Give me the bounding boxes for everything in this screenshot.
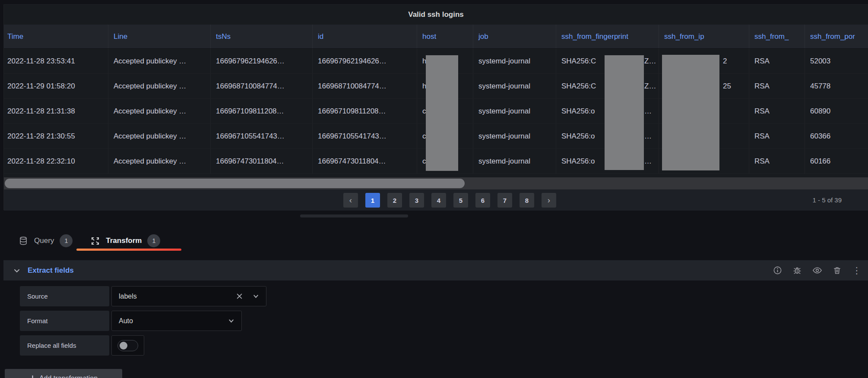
tab-query-label: Query xyxy=(34,236,54,245)
format-label: Format xyxy=(20,311,109,331)
clear-x-icon[interactable] xyxy=(234,291,244,302)
cell-time: 2022-11-28 22:32:10 xyxy=(4,149,108,173)
editor-tabs: Query 1 Transform 1 xyxy=(13,232,172,249)
cell-ssh-from-keytype: RSA xyxy=(749,149,805,173)
cell-time: 2022-11-28 23:53:41 xyxy=(4,49,108,73)
select-chevron-down-icon[interactable] xyxy=(226,316,236,326)
transformation-title: Extract fields xyxy=(28,266,74,275)
redaction-box-ip xyxy=(662,55,719,170)
cell-time: 2022-11-28 21:30:55 xyxy=(4,124,108,148)
plus-icon xyxy=(29,375,36,378)
cell-ssh-from-keytype: RSA xyxy=(749,74,805,98)
debug-bug-icon[interactable] xyxy=(792,265,802,276)
pagination-prev-button[interactable]: ‹ xyxy=(343,193,358,208)
table-header-row: TimeLinetsNsidhostjobssh_from_fingerprin… xyxy=(4,25,868,49)
database-icon xyxy=(18,236,29,246)
pagination-page-5[interactable]: 5 xyxy=(453,193,468,208)
pagination-bar: ‹12345678› 1 - 5 of 39 xyxy=(4,189,868,211)
cell-tsns: 166968710084774… xyxy=(211,74,313,98)
cell-line: Accepted publickey … xyxy=(108,74,211,98)
cell-tsns: 166967105541743… xyxy=(211,124,313,148)
cell-ssh-from-port: 60890 xyxy=(805,99,868,123)
cell-line: Accepted publickey … xyxy=(108,149,211,173)
column-header-time[interactable]: Time xyxy=(4,25,108,48)
table-panel: Valid ssh logins TimeLinetsNsidhostjobss… xyxy=(3,4,868,210)
cell-line: Accepted publickey … xyxy=(108,99,211,123)
redaction-box-host xyxy=(426,55,458,171)
cell-line: Accepted publickey … xyxy=(108,124,211,148)
replace-all-fields-label: Replace all fields xyxy=(20,335,109,356)
pagination-buttons: ‹12345678› xyxy=(343,193,556,208)
transform-pane-scrollbar[interactable] xyxy=(300,214,408,217)
pagination-page-7[interactable]: 7 xyxy=(497,193,512,208)
cell-ssh-from-keytype: RSA xyxy=(749,99,805,123)
tab-query-badge: 1 xyxy=(60,234,73,247)
grafana-panel-edit-view: { "panel": { "title": "Valid ssh logins"… xyxy=(0,0,868,378)
kebab-menu-icon[interactable]: ⋮ xyxy=(852,265,862,276)
pagination-page-8[interactable]: 8 xyxy=(520,193,534,208)
cell-ssh-from-port: 45778 xyxy=(805,74,868,98)
pagination-page-6[interactable]: 6 xyxy=(475,193,490,208)
cell-job: systemd-journal xyxy=(473,49,556,73)
column-header-job[interactable]: job xyxy=(473,25,556,48)
pagination-summary: 1 - 5 of 39 xyxy=(812,189,842,211)
table-scrollbar-thumb[interactable] xyxy=(5,179,465,188)
transformation-card-header[interactable]: Extract fields xyxy=(3,260,868,280)
active-tab-underline xyxy=(76,249,181,251)
transform-icon xyxy=(90,236,100,246)
replace-all-fields-toggle[interactable] xyxy=(117,340,138,351)
replace-toggle-container xyxy=(111,335,144,356)
add-transformation-button[interactable]: Add transformation xyxy=(5,369,122,378)
redaction-box-fingerprint xyxy=(605,55,644,170)
source-label: Source xyxy=(20,286,109,306)
cell-time: 2022-11-29 01:58:20 xyxy=(4,74,108,98)
tab-transform-badge: 1 xyxy=(147,234,160,247)
column-header-ssh-from-[interactable]: ssh_from_ xyxy=(749,25,805,48)
column-header-ssh-from-ip[interactable]: ssh_from_ip xyxy=(659,25,749,48)
tab-query[interactable]: Query 1 xyxy=(13,232,85,249)
pagination-page-2[interactable]: 2 xyxy=(387,193,402,208)
column-header-ssh-from-por[interactable]: ssh_from_por xyxy=(805,25,868,48)
source-select-value: labels xyxy=(119,293,137,300)
cell-id: 166967109811208… xyxy=(313,99,417,123)
source-select[interactable]: labels xyxy=(111,286,266,306)
cell-ssh-from-port: 60166 xyxy=(805,149,868,173)
cell-id: 166967473011804… xyxy=(313,149,417,173)
pagination-page-1[interactable]: 1 xyxy=(365,193,380,208)
select-chevron-down-icon[interactable] xyxy=(250,291,261,302)
cell-tsns: 166967473011804… xyxy=(211,149,313,173)
toggle-knob xyxy=(120,342,127,350)
cell-id: 166967105541743… xyxy=(313,124,417,148)
tab-transform[interactable]: Transform 1 xyxy=(85,232,172,249)
cell-id: 166967962194626… xyxy=(313,49,417,73)
add-transformation-label: Add transformation xyxy=(39,375,98,378)
cell-job: systemd-journal xyxy=(473,149,556,173)
delete-trash-icon[interactable] xyxy=(832,265,842,276)
column-header-ssh-from-fingerprint[interactable]: ssh_from_fingerprint xyxy=(556,25,659,48)
column-header-host[interactable]: host xyxy=(417,25,473,48)
column-header-tsns[interactable]: tsNs xyxy=(211,25,313,48)
info-icon[interactable] xyxy=(772,265,782,276)
table-scrollbar-track xyxy=(4,177,868,189)
cell-ssh-from-keytype: RSA xyxy=(749,49,805,73)
pagination-next-button[interactable]: › xyxy=(542,193,556,208)
preview-eye-icon[interactable] xyxy=(812,265,822,276)
cell-tsns: 166967962194626… xyxy=(211,49,313,73)
cell-ssh-from-port: 60366 xyxy=(805,124,868,148)
cell-ssh-from-port: 52003 xyxy=(805,49,868,73)
cell-tsns: 166967109811208… xyxy=(211,99,313,123)
cell-ssh-from-keytype: RSA xyxy=(749,124,805,148)
tab-transform-label: Transform xyxy=(106,236,142,245)
cell-job: systemd-journal xyxy=(473,74,556,98)
column-header-line[interactable]: Line xyxy=(108,25,211,48)
panel-title: Valid ssh logins xyxy=(4,5,868,25)
pagination-page-4[interactable]: 4 xyxy=(431,193,446,208)
column-header-id[interactable]: id xyxy=(313,25,417,48)
pagination-page-3[interactable]: 3 xyxy=(409,193,424,208)
chevron-down-icon[interactable] xyxy=(13,267,21,274)
cell-job: systemd-journal xyxy=(473,124,556,148)
transformation-actions: ⋮ xyxy=(772,260,862,280)
cell-line: Accepted publickey … xyxy=(108,49,211,73)
cell-time: 2022-11-28 21:31:38 xyxy=(4,99,108,123)
format-select[interactable]: Auto xyxy=(111,311,242,331)
